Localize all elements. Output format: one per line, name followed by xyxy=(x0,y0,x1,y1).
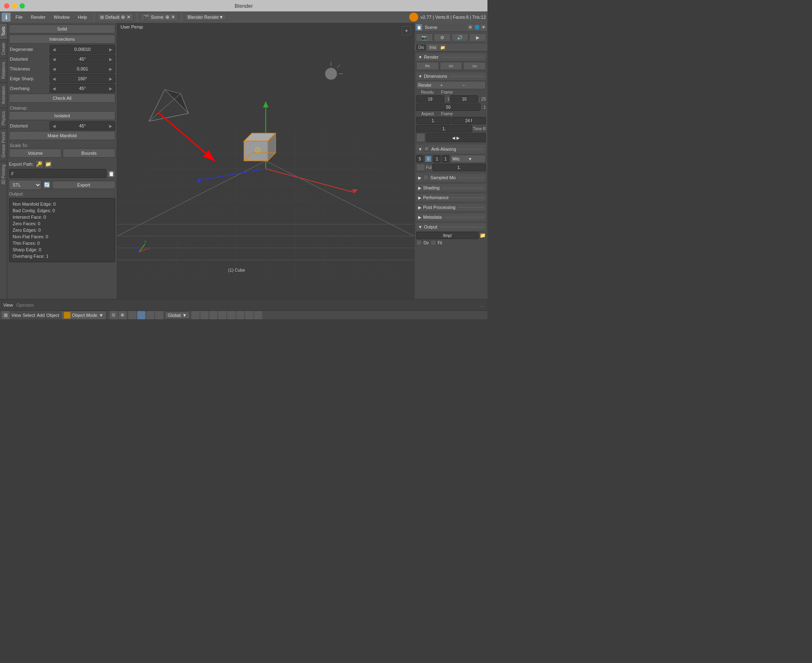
aa-section-header[interactable]: ▼ ✓ Anti-Aliasing xyxy=(416,145,486,154)
snap-btn5[interactable] xyxy=(227,311,235,319)
fil-checkbox[interactable] xyxy=(430,240,436,246)
snap-btn2[interactable] xyxy=(200,311,208,319)
manip-btn1[interactable] xyxy=(128,311,136,319)
aspect-y-input[interactable]: 1. xyxy=(416,125,472,132)
format-selector[interactable]: STL xyxy=(9,180,42,190)
thickness-value[interactable]: ◀ 0.001 ▶ xyxy=(50,64,115,73)
window-controls[interactable] xyxy=(4,3,25,9)
edge-sharp-arrow-right[interactable]: ▶ xyxy=(109,77,112,81)
aa-checkbox[interactable]: ✓ xyxy=(424,146,430,151)
metadata-header[interactable]: ▶ Metadata xyxy=(416,213,486,221)
snap-btn7[interactable] xyxy=(245,311,253,319)
tab-create[interactable]: Create xyxy=(0,39,7,58)
distorted2-arrow-right[interactable]: ▶ xyxy=(109,124,112,128)
fps-input[interactable]: 24 f xyxy=(452,117,486,124)
post-processing-header[interactable]: ▶ Post Processing xyxy=(416,204,486,211)
volume-button[interactable]: Volume xyxy=(9,149,61,158)
render-re-btn[interactable]: Re xyxy=(416,62,439,70)
zoom-in-button[interactable]: + xyxy=(402,26,411,35)
manip-btn3[interactable] xyxy=(146,311,154,319)
object-btn[interactable]: Object xyxy=(46,313,59,318)
menu-render[interactable]: Render xyxy=(28,14,49,20)
bounds-button[interactable]: Bounds xyxy=(63,149,115,158)
render-engine-selector[interactable]: Blender Render ▼ xyxy=(185,13,226,21)
snap-btn4[interactable] xyxy=(218,311,226,319)
manip-btn4[interactable] xyxy=(155,311,163,319)
edge-sharp-arrow-left[interactable]: ◀ xyxy=(53,77,56,81)
menu-help[interactable]: Help xyxy=(75,14,90,20)
tab-grease-pencil[interactable]: Grease Pencil xyxy=(0,128,7,161)
export-path-key-icon[interactable]: 🔑 xyxy=(35,160,44,168)
layout-plus-icon[interactable]: ⊕ xyxy=(121,14,125,20)
tab-physics[interactable]: Physics xyxy=(0,108,7,128)
3d-viewport[interactable]: User Persp xyxy=(117,23,414,299)
ima-icon[interactable]: 📁 xyxy=(439,44,446,50)
shading-header[interactable]: ▶ Shading xyxy=(416,184,486,191)
ima-button[interactable]: Ima xyxy=(427,44,438,50)
render-an-btn[interactable]: An xyxy=(440,62,463,70)
snap-btn1[interactable] xyxy=(191,311,200,319)
thickness-arrow-right[interactable]: ▶ xyxy=(109,67,112,71)
select-btn[interactable]: Select xyxy=(23,313,35,318)
tab-3d-printing[interactable]: 3D Printing xyxy=(0,161,7,188)
menu-window[interactable]: Window xyxy=(50,14,73,20)
performance-header[interactable]: ▶ Performance xyxy=(416,194,486,201)
scene-x-icon[interactable]: ✕ xyxy=(171,14,175,20)
overhang-arrow-left[interactable]: ◀ xyxy=(53,86,56,91)
export-copy-icon[interactable]: 📋 xyxy=(107,170,115,178)
solid-button[interactable]: Solid xyxy=(9,24,115,33)
thickness-arrow-left[interactable]: ◀ xyxy=(53,67,56,71)
export-path-input[interactable] xyxy=(9,169,106,178)
distorted2-value[interactable]: ◀ 45° ▶ xyxy=(50,121,115,130)
draw-mode-btn[interactable]: ⊙ xyxy=(110,311,118,319)
distorted1-arrow-right[interactable]: ▶ xyxy=(109,57,112,61)
layout-selector[interactable]: ⊞ Default ⊕ ✕ xyxy=(97,13,134,21)
check-all-button[interactable]: Check All xyxy=(9,94,115,103)
viewport-controls[interactable]: + xyxy=(402,26,411,35)
dis-button[interactable]: Dis xyxy=(416,44,426,50)
export-path-folder-icon[interactable]: 📁 xyxy=(44,160,53,168)
minimize-button[interactable] xyxy=(12,3,17,9)
sampled-motion-header[interactable]: ▶ Sampled Mo xyxy=(416,173,486,182)
manip-btn2[interactable] xyxy=(137,311,145,319)
rp-speaker-tab[interactable]: 🔊 xyxy=(452,33,469,42)
object-mode-selector[interactable]: Object Mode ▼ xyxy=(61,311,106,320)
res-x2-input[interactable]: 10 xyxy=(450,95,478,103)
viewport-icon-btn[interactable]: ⊞ xyxy=(2,311,10,319)
overhang-value[interactable]: ◀ 45° ▶ xyxy=(50,84,115,93)
global-selector[interactable]: Global ▼ xyxy=(165,312,190,319)
aa-num-5[interactable]: 5 xyxy=(416,155,424,162)
stl-cycle-icon[interactable]: 🔄 xyxy=(43,181,51,189)
ov-checkbox[interactable] xyxy=(416,240,422,246)
mitc-dropdown[interactable]: Mitc ▼ xyxy=(450,155,486,163)
rp-settings-tab[interactable]: ⚙ xyxy=(434,33,451,42)
degenerate-value[interactable]: ◀ 0.00010 ▶ xyxy=(50,45,115,54)
rp-output-header[interactable]: ▼ Output xyxy=(416,223,486,231)
dimensions-section-header[interactable]: ▼ Dimensions xyxy=(416,72,486,80)
distorted1-arrow-left[interactable]: ◀ xyxy=(53,57,56,61)
isolated-button[interactable]: Isolated xyxy=(9,111,115,120)
distorted2-arrow-left[interactable]: ◀ xyxy=(53,124,56,128)
tab-relations[interactable]: Relations xyxy=(0,58,7,82)
snap-btn3[interactable] xyxy=(209,311,217,319)
scene-icon1[interactable]: ⚙ xyxy=(467,24,473,30)
aa-num-8[interactable]: 8 xyxy=(425,155,432,162)
degenerate-arrow-right[interactable]: ▶ xyxy=(109,47,112,52)
tab-tools[interactable]: Tools xyxy=(0,23,7,39)
aa-num-1a[interactable]: 1 xyxy=(433,155,441,162)
res-x-input[interactable]: 19 xyxy=(416,95,444,103)
aspect-x-input[interactable]: 1. xyxy=(416,117,451,124)
info-icon[interactable]: ℹ xyxy=(2,13,11,22)
maximize-button[interactable] xyxy=(20,3,25,9)
layout-x-icon[interactable]: ✕ xyxy=(127,14,131,20)
scene-icon2[interactable]: 🌐 xyxy=(474,24,480,30)
res-pct-input[interactable]: 50 xyxy=(416,103,481,111)
render-au-btn[interactable]: Au xyxy=(463,62,486,70)
aa-ful-checkbox[interactable] xyxy=(416,164,425,171)
snap-btn8[interactable] xyxy=(254,311,262,319)
overhang-arrow-right[interactable]: ▶ xyxy=(109,86,112,91)
scene-plus-icon[interactable]: ⊕ xyxy=(165,14,169,20)
pivot-btn[interactable]: ⊕ xyxy=(119,311,127,319)
intersections-button[interactable]: Intersections xyxy=(9,35,115,44)
render-plus-btn[interactable]: + xyxy=(440,83,461,88)
